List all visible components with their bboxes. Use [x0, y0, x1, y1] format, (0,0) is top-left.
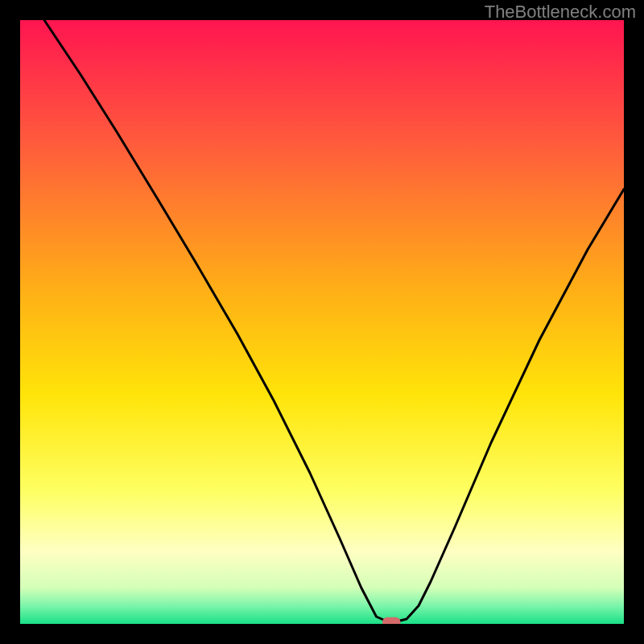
optimal-point-marker — [382, 617, 401, 624]
gradient-background — [20, 20, 624, 624]
chart-frame: TheBottleneck.com — [0, 0, 644, 644]
plot-area — [20, 20, 624, 624]
bottleneck-chart — [20, 20, 624, 624]
